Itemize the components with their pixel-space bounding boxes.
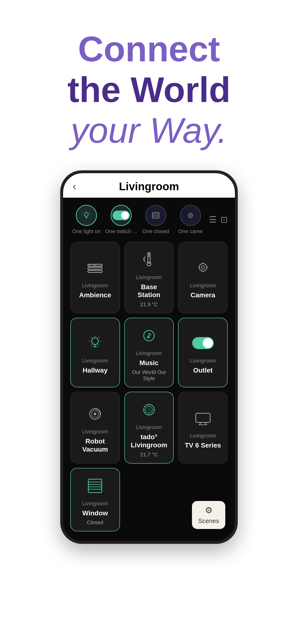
menu-icon[interactable]: ☰	[209, 215, 217, 225]
summary-extra: ☰ ⊡	[209, 215, 228, 225]
tv-room: Livingroom	[190, 433, 216, 439]
hallway-room: Livingroom	[82, 358, 108, 364]
svg-line-4	[83, 212, 83, 212]
svg-point-20	[147, 262, 151, 266]
outlet-icon	[192, 332, 214, 354]
hero-line1: Connect	[67, 29, 231, 70]
summary-toggle	[112, 210, 130, 220]
scenes-icon: ⚙	[205, 505, 213, 515]
nav-bar: ‹ Livingroom	[63, 173, 235, 198]
svg-point-22	[199, 264, 207, 271]
hallway-name: Hallway	[83, 366, 107, 374]
svg-line-36	[91, 344, 92, 345]
svg-point-23	[201, 266, 205, 269]
summary-switch-circle	[111, 205, 132, 226]
summary-switch[interactable]: One switch ...	[105, 205, 137, 234]
device-card-ambience[interactable]: Livingroom Ambience	[70, 242, 120, 314]
phone-shell: ‹ Livingroom	[60, 170, 238, 544]
svg-point-13	[190, 214, 192, 216]
svg-point-12	[188, 213, 193, 218]
camera-device-icon	[192, 257, 214, 279]
summary-closed[interactable]: One closed	[140, 205, 172, 234]
music-icon	[138, 325, 160, 346]
device-card-window[interactable]: Livingroom Window Closed	[70, 468, 120, 532]
vacuum-room: Livingroom	[82, 428, 108, 435]
tado-temp: 21.7 °C	[140, 452, 158, 458]
tv-name: TV 6 Series	[185, 441, 221, 450]
tado-room: Livingroom	[136, 424, 162, 430]
svg-point-28	[92, 338, 98, 344]
camera-name: Camera	[191, 291, 215, 299]
ambience-name: Ambience	[79, 291, 111, 299]
svg-line-32	[91, 337, 92, 338]
svg-line-5	[89, 212, 90, 212]
device-card-vacuum[interactable]: Livingroom Robot Vacuum	[70, 392, 120, 463]
outlet-room: Livingroom	[190, 358, 216, 364]
music-sub: Our World Our Style	[129, 369, 169, 382]
window-icon	[84, 475, 106, 497]
scenes-label: Scenes	[198, 517, 219, 525]
tado-name: tado° Livingroom	[129, 433, 169, 449]
summary-row: One light on One switch ...	[70, 205, 228, 234]
summary-light-label: One light on	[72, 228, 101, 234]
hero-line2: the World	[67, 70, 231, 110]
outlet-name: Outlet	[193, 366, 213, 374]
device-card-tv[interactable]: Livingroom TV 6 Series	[178, 392, 228, 463]
window-sub: Closed	[87, 520, 103, 526]
tv-icon	[192, 407, 214, 429]
svg-rect-50	[196, 413, 210, 422]
base-station-room: Livingroom	[136, 274, 162, 280]
ambience-room: Livingroom	[82, 282, 108, 289]
music-name: Music	[139, 359, 158, 367]
nav-title: Livingroom	[119, 180, 179, 193]
summary-toggle-knob	[121, 212, 129, 219]
hero-line3: your Way.	[67, 110, 231, 151]
ambience-icon	[84, 257, 106, 279]
device-card-outlet[interactable]: Livingroom Outlet	[178, 318, 228, 388]
window-room: Livingroom	[82, 500, 108, 507]
summary-switch-label: One switch ...	[105, 228, 137, 234]
svg-point-42	[94, 413, 96, 415]
vacuum-name: Robot Vacuum	[76, 437, 115, 453]
device-card-music[interactable]: Livingroom Music Our World Our Style	[124, 318, 174, 388]
summary-light-circle	[76, 205, 97, 226]
svg-rect-18	[88, 270, 102, 272]
svg-rect-17	[88, 268, 102, 269]
svg-line-33	[98, 337, 99, 338]
scenes-button[interactable]: ⚙ Scenes	[192, 501, 225, 529]
camera-room: Livingroom	[190, 282, 216, 289]
vacuum-icon	[84, 403, 106, 425]
summary-closed-label: One closed	[142, 228, 169, 234]
music-room: Livingroom	[136, 350, 162, 356]
tado-icon: °C	[138, 399, 160, 420]
base-station-name: Base Station	[129, 283, 169, 299]
device-card-camera[interactable]: Livingroom Camera	[178, 242, 228, 314]
summary-camera-label: One came	[178, 228, 203, 234]
hero-section: Connect the World your Way.	[67, 0, 231, 170]
scan-icon[interactable]: ⊡	[221, 215, 228, 225]
device-card-hallway[interactable]: Livingroom Hallway	[70, 318, 120, 388]
summary-camera-circle	[180, 205, 201, 226]
hallway-icon	[84, 332, 106, 354]
outlet-toggle-knob	[203, 338, 213, 348]
summary-light[interactable]: One light on	[70, 205, 103, 234]
svg-point-38	[144, 330, 154, 341]
base-station-temp: 21.9 °C	[140, 302, 158, 308]
svg-point-0	[84, 212, 88, 216]
outlet-toggle[interactable]	[192, 337, 214, 349]
device-card-base-station[interactable]: Livingroom Base Station 21.9 °C	[124, 242, 174, 314]
base-station-icon	[138, 249, 160, 270]
device-card-tado[interactable]: °C Livingroom tado° Livingroom 21.7 °C	[124, 392, 174, 463]
svg-line-37	[98, 344, 99, 345]
device-grid: Livingroom Ambience Livingroom Base	[70, 242, 228, 464]
back-button[interactable]: ‹	[73, 181, 76, 192]
window-name: Window	[82, 509, 108, 517]
app-content: One light on One switch ...	[63, 198, 235, 541]
summary-closed-circle	[145, 205, 166, 226]
svg-rect-54	[88, 479, 102, 492]
summary-camera[interactable]: One came	[175, 205, 207, 234]
svg-text:°C: °C	[147, 408, 151, 412]
